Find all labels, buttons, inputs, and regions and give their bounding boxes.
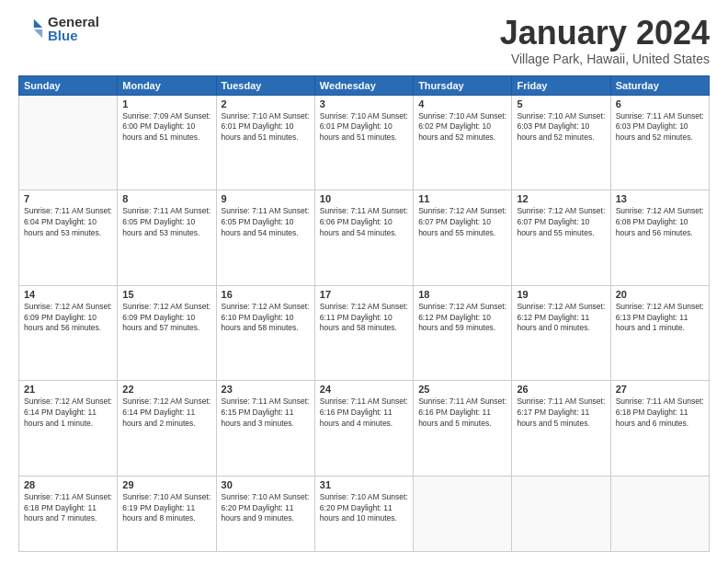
table-row: 18Sunrise: 7:12 AM Sunset: 6:12 PM Dayli… — [414, 285, 512, 381]
day-number: 18 — [418, 289, 506, 300]
table-row: 6Sunrise: 7:11 AM Sunset: 6:03 PM Daylig… — [610, 95, 709, 190]
day-info: Sunrise: 7:11 AM Sunset: 6:17 PM Dayligh… — [517, 396, 605, 430]
table-row: 7Sunrise: 7:11 AM Sunset: 6:04 PM Daylig… — [19, 190, 118, 286]
table-row — [610, 476, 709, 551]
logo-blue: Blue — [48, 29, 99, 42]
table-row: 2Sunrise: 7:10 AM Sunset: 6:01 PM Daylig… — [216, 95, 314, 190]
table-row: 20Sunrise: 7:12 AM Sunset: 6:13 PM Dayli… — [610, 285, 709, 381]
day-info: Sunrise: 7:11 AM Sunset: 6:15 PM Dayligh… — [222, 396, 310, 430]
day-info: Sunrise: 7:12 AM Sunset: 6:09 PM Dayligh… — [24, 302, 112, 335]
day-number: 28 — [24, 479, 112, 490]
logo-general: General — [48, 15, 99, 29]
day-info: Sunrise: 7:12 AM Sunset: 6:07 PM Dayligh… — [418, 206, 506, 239]
table-row: 24Sunrise: 7:11 AM Sunset: 6:16 PM Dayli… — [314, 381, 413, 477]
header: General Blue January 2024 Village Park, … — [18, 15, 710, 66]
day-info: Sunrise: 7:12 AM Sunset: 6:14 PM Dayligh… — [122, 396, 210, 430]
logo-text: General Blue — [48, 15, 99, 42]
calendar-body: 1Sunrise: 7:09 AM Sunset: 6:00 PM Daylig… — [19, 95, 710, 551]
day-info: Sunrise: 7:10 AM Sunset: 6:01 PM Dayligh… — [320, 111, 408, 144]
table-row: 23Sunrise: 7:11 AM Sunset: 6:15 PM Dayli… — [216, 381, 314, 477]
day-number: 29 — [122, 479, 210, 490]
day-number: 1 — [122, 98, 210, 109]
col-friday: Friday — [512, 75, 610, 95]
day-info: Sunrise: 7:11 AM Sunset: 6:18 PM Dayligh… — [24, 492, 112, 525]
svg-marker-1 — [34, 29, 42, 38]
col-monday: Monday — [118, 75, 216, 95]
day-number: 26 — [517, 384, 605, 395]
day-number: 6 — [616, 98, 704, 109]
day-info: Sunrise: 7:11 AM Sunset: 6:16 PM Dayligh… — [320, 396, 408, 430]
day-number: 30 — [222, 479, 310, 490]
day-number: 7 — [24, 193, 112, 204]
day-number: 3 — [320, 98, 408, 109]
svg-marker-0 — [34, 19, 42, 28]
table-row: 12Sunrise: 7:12 AM Sunset: 6:07 PM Dayli… — [512, 190, 610, 286]
day-info: Sunrise: 7:12 AM Sunset: 6:10 PM Dayligh… — [222, 302, 310, 335]
col-thursday: Thursday — [414, 75, 512, 95]
table-row: 14Sunrise: 7:12 AM Sunset: 6:09 PM Dayli… — [19, 285, 118, 381]
table-row: 3Sunrise: 7:10 AM Sunset: 6:01 PM Daylig… — [314, 95, 413, 190]
day-number: 14 — [24, 289, 112, 300]
day-number: 23 — [222, 384, 310, 395]
table-row: 13Sunrise: 7:12 AM Sunset: 6:08 PM Dayli… — [610, 190, 709, 286]
day-number: 27 — [616, 384, 704, 395]
table-row: 19Sunrise: 7:12 AM Sunset: 6:12 PM Dayli… — [512, 285, 610, 381]
table-row: 25Sunrise: 7:11 AM Sunset: 6:16 PM Dayli… — [414, 381, 512, 477]
table-row: 28Sunrise: 7:11 AM Sunset: 6:18 PM Dayli… — [19, 476, 118, 551]
day-number: 5 — [517, 98, 605, 109]
day-info: Sunrise: 7:11 AM Sunset: 6:05 PM Dayligh… — [122, 206, 210, 239]
calendar-header: Sunday Monday Tuesday Wednesday Thursday… — [19, 75, 710, 95]
day-info: Sunrise: 7:10 AM Sunset: 6:19 PM Dayligh… — [122, 492, 210, 525]
table-row: 1Sunrise: 7:09 AM Sunset: 6:00 PM Daylig… — [118, 95, 216, 190]
table-row: 27Sunrise: 7:11 AM Sunset: 6:18 PM Dayli… — [610, 381, 709, 477]
title-block: January 2024 Village Park, Hawaii, Unite… — [500, 15, 710, 66]
table-row: 4Sunrise: 7:10 AM Sunset: 6:02 PM Daylig… — [414, 95, 512, 190]
day-info: Sunrise: 7:12 AM Sunset: 6:12 PM Dayligh… — [517, 302, 605, 335]
day-info: Sunrise: 7:11 AM Sunset: 6:03 PM Dayligh… — [616, 111, 704, 144]
header-row: Sunday Monday Tuesday Wednesday Thursday… — [19, 75, 710, 95]
calendar-title: January 2024 — [500, 15, 710, 52]
day-number: 4 — [418, 98, 506, 109]
day-info: Sunrise: 7:10 AM Sunset: 6:02 PM Dayligh… — [418, 111, 506, 144]
calendar-table: Sunday Monday Tuesday Wednesday Thursday… — [18, 75, 710, 552]
day-number: 8 — [122, 193, 210, 204]
day-info: Sunrise: 7:11 AM Sunset: 6:16 PM Dayligh… — [418, 396, 506, 430]
day-info: Sunrise: 7:10 AM Sunset: 6:03 PM Dayligh… — [517, 111, 605, 144]
table-row: 16Sunrise: 7:12 AM Sunset: 6:10 PM Dayli… — [216, 285, 314, 381]
day-info: Sunrise: 7:12 AM Sunset: 6:12 PM Dayligh… — [418, 302, 506, 335]
day-number: 13 — [616, 193, 704, 204]
table-row: 17Sunrise: 7:12 AM Sunset: 6:11 PM Dayli… — [314, 285, 413, 381]
table-row: 8Sunrise: 7:11 AM Sunset: 6:05 PM Daylig… — [118, 190, 216, 286]
table-row — [512, 476, 610, 551]
col-saturday: Saturday — [610, 75, 709, 95]
day-number: 16 — [222, 289, 310, 300]
table-row — [19, 95, 118, 190]
day-info: Sunrise: 7:11 AM Sunset: 6:04 PM Dayligh… — [24, 206, 112, 239]
day-number: 10 — [320, 193, 408, 204]
day-info: Sunrise: 7:11 AM Sunset: 6:18 PM Dayligh… — [616, 396, 704, 430]
table-row: 15Sunrise: 7:12 AM Sunset: 6:09 PM Dayli… — [118, 285, 216, 381]
col-tuesday: Tuesday — [216, 75, 314, 95]
day-number: 15 — [122, 289, 210, 300]
day-info: Sunrise: 7:10 AM Sunset: 6:01 PM Dayligh… — [222, 111, 310, 144]
table-row: 31Sunrise: 7:10 AM Sunset: 6:20 PM Dayli… — [314, 476, 413, 551]
day-info: Sunrise: 7:12 AM Sunset: 6:07 PM Dayligh… — [517, 206, 605, 239]
day-number: 17 — [320, 289, 408, 300]
logo: General Blue — [18, 15, 99, 42]
day-info: Sunrise: 7:12 AM Sunset: 6:13 PM Dayligh… — [616, 302, 704, 335]
day-info: Sunrise: 7:10 AM Sunset: 6:20 PM Dayligh… — [222, 492, 310, 525]
col-wednesday: Wednesday — [314, 75, 413, 95]
table-row: 5Sunrise: 7:10 AM Sunset: 6:03 PM Daylig… — [512, 95, 610, 190]
day-number: 12 — [517, 193, 605, 204]
table-row: 26Sunrise: 7:11 AM Sunset: 6:17 PM Dayli… — [512, 381, 610, 477]
logo-icon — [18, 16, 44, 41]
page: General Blue January 2024 Village Park, … — [0, 0, 728, 563]
day-number: 20 — [616, 289, 704, 300]
day-info: Sunrise: 7:11 AM Sunset: 6:06 PM Dayligh… — [320, 206, 408, 239]
table-row: 29Sunrise: 7:10 AM Sunset: 6:19 PM Dayli… — [118, 476, 216, 551]
day-number: 31 — [320, 479, 408, 490]
day-info: Sunrise: 7:12 AM Sunset: 6:11 PM Dayligh… — [320, 302, 408, 335]
day-number: 9 — [222, 193, 310, 204]
day-number: 19 — [517, 289, 605, 300]
day-info: Sunrise: 7:11 AM Sunset: 6:05 PM Dayligh… — [222, 206, 310, 239]
